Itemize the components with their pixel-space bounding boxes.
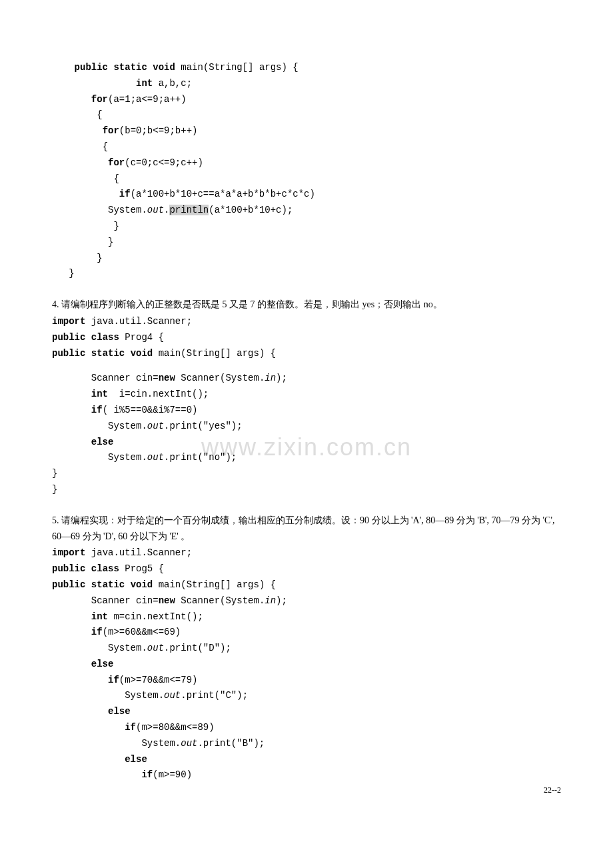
code-text: ); <box>276 373 287 383</box>
keyword: if <box>119 189 131 199</box>
code-text: Prog4 { <box>119 332 164 343</box>
code-text: Scanner(System. <box>175 595 265 606</box>
code-text: } <box>108 237 113 247</box>
code-text: } <box>52 468 57 479</box>
code-text: .print("B"); <box>197 738 265 749</box>
code-line: import java.util.Scanner; <box>52 314 561 330</box>
code-line: if(a*100+b*10+c==a*a*a+b*b*b+c*c*c) <box>52 187 561 203</box>
code-text: System. <box>141 738 181 749</box>
code-line: if(m>=80&&m<=89) <box>52 720 561 736</box>
code-text: m=cin.nextInt(); <box>108 611 203 622</box>
code-line: import java.util.Scanner; <box>52 545 561 561</box>
code-text: { <box>113 173 119 184</box>
highlight: println <box>169 205 209 215</box>
code-line: } <box>52 235 561 251</box>
code-line: for(c=0;c<=9;c++) <box>52 155 561 171</box>
code-line: System.out.print("D"); <box>52 641 561 657</box>
keyword: public <box>52 579 85 590</box>
code-text: System. <box>108 421 147 431</box>
code-line: else <box>52 752 561 768</box>
code-text: { <box>97 109 102 120</box>
code-line: } <box>52 266 561 282</box>
code-line: if(m>=70&&m<=79) <box>52 673 561 689</box>
keyword: class <box>91 332 119 343</box>
code-text: java.util.Scanner; <box>85 316 192 327</box>
code-text: } <box>52 484 57 495</box>
code-text: Scanner cin= <box>91 595 159 606</box>
code-text: Prog5 { <box>119 563 164 574</box>
code-text: ); <box>276 595 287 606</box>
keyword: if <box>108 675 119 685</box>
keyword: if <box>125 722 136 733</box>
code-line: int i=cin.nextInt(); <box>52 387 561 403</box>
code-line: System.out.print("no"); <box>52 450 561 466</box>
question-5-prompt: 5. 请编程实现：对于给定的一个百分制成绩，输出相应的五分制成绩。设：90 分以… <box>52 513 561 545</box>
code-line: public static void main(String[] args) { <box>52 577 561 593</box>
code-text: (m>=60&&m<=69) <box>103 627 181 637</box>
italic: in <box>265 373 276 383</box>
code-line: } <box>52 219 561 235</box>
italic: in <box>265 595 276 606</box>
code-text: (b=0;b<=9;b++) <box>119 125 198 136</box>
keyword: public <box>75 62 108 73</box>
code-text: System. <box>125 690 164 701</box>
code-text: .print("D"); <box>164 643 231 653</box>
code-text: i=cin.nextInt(); <box>108 389 209 399</box>
keyword: if <box>91 627 103 637</box>
keyword: static <box>113 62 147 73</box>
code-text: .print("C"); <box>181 690 248 701</box>
keyword: public <box>52 563 85 574</box>
code-line: public static void main(String[] args) { <box>52 346 561 362</box>
italic: out <box>147 205 164 215</box>
code-text: System. <box>108 643 147 653</box>
question-4-prompt: 4. 请编制程序判断输入的正整数是否既是 5 又是 7 的整倍数。若是，则输出 … <box>52 297 561 313</box>
code-line: { <box>52 139 561 155</box>
code-line: int a,b,c; <box>52 76 561 92</box>
code-line: System.out.print("C"); <box>52 688 561 704</box>
code-text: java.util.Scanner; <box>85 547 192 558</box>
keyword: void <box>153 62 175 73</box>
keyword: class <box>91 563 119 574</box>
code-text: main(String[] args) { <box>153 579 276 590</box>
code-line: public class Prog5 { <box>52 561 561 577</box>
keyword: new <box>159 373 175 383</box>
code-line: if( i%5==0&&i%7==0) <box>52 403 561 419</box>
keyword: public <box>52 332 85 343</box>
keyword: for <box>103 125 119 136</box>
keyword: int <box>136 78 153 89</box>
keyword: else <box>125 754 147 765</box>
code-line: } <box>52 251 561 267</box>
code-line: System.out.print("B"); <box>52 736 561 752</box>
code-text: } <box>113 221 119 231</box>
code-line: for(a=1;a<=9;a++) <box>52 92 561 108</box>
keyword: public <box>52 348 85 359</box>
code-text: (a*100+b*10+c==a*a*a+b*b*b+c*c*c) <box>131 189 315 199</box>
code-text: (a*100+b*10+c); <box>209 205 293 215</box>
keyword: import <box>52 316 85 327</box>
code-line: int m=cin.nextInt(); <box>52 609 561 625</box>
code-line: for(b=0;b<=9;b++) <box>52 123 561 139</box>
keyword: if <box>91 405 103 415</box>
code-text: a,b,c; <box>153 78 192 89</box>
code-line: { <box>52 107 561 123</box>
code-line: System.out.print("yes"); <box>52 419 561 435</box>
keyword: new <box>159 595 175 606</box>
italic: out <box>181 738 197 749</box>
keyword: else <box>108 706 131 717</box>
code-text: (m>=70&&m<=79) <box>119 675 198 685</box>
code-text: System. <box>108 205 147 215</box>
code-text: (m>=80&&m<=89) <box>136 722 215 733</box>
page-number: 22--2 <box>544 783 561 797</box>
page-content: public static void main(String[] args) {… <box>52 60 561 783</box>
code-text: Scanner cin= <box>91 373 159 383</box>
keyword: int <box>91 389 108 399</box>
keyword: for <box>108 157 125 168</box>
code-line: else <box>52 704 561 720</box>
code-text: } <box>97 253 102 263</box>
keyword: void <box>131 348 153 359</box>
italic: out <box>147 421 164 431</box>
code-text: (a=1;a<=9;a++) <box>108 94 187 105</box>
code-line: } <box>52 466 561 482</box>
keyword: void <box>131 579 153 590</box>
keyword: if <box>141 769 153 780</box>
